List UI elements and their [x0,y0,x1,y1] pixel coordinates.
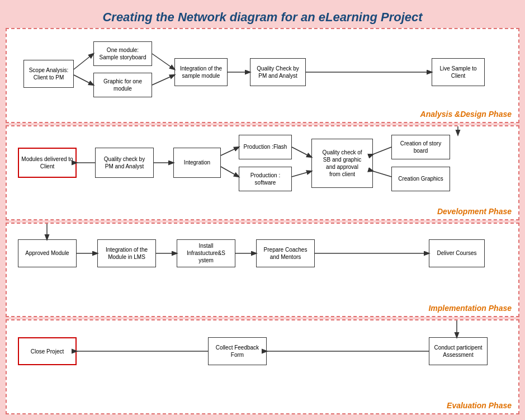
phase-implementation: Approved Module Integration of theModule… [6,223,519,318]
phase1-label: Analysis &Design Phase [420,110,512,119]
title-area: Creating the Network diagram for an eLea… [6,6,519,28]
svg-line-10 [292,147,311,157]
svg-line-3 [152,75,174,85]
page-title: Creating the Network diagram for an eLea… [102,10,422,24]
node-integration2: Integration [173,148,221,178]
node-graphic-one-module: Graphic for onemodule [93,73,152,97]
svg-line-12 [373,147,391,154]
phase4-label: Evaluation Phase [447,401,512,410]
node-deliver-courses: Deliver Courses [429,239,485,267]
svg-line-2 [152,54,174,69]
svg-line-13 [373,171,391,177]
svg-line-9 [221,167,239,177]
node-close-project: Close Project [18,337,77,365]
node-modules-delivered: Modules delivered toClient [18,148,77,178]
node-creation-storyboard: Creation of storyboard [391,135,450,159]
node-conduct-assessment: Conduct participentAssessment [429,337,488,365]
node-quality-check-pm-analyst2: Quality check byPM and Analyst [95,148,154,178]
phase-analysis-design: Scope Analysis:Client to PM One module:S… [6,28,519,123]
svg-line-8 [221,147,239,155]
node-install-infrastructure: InstallInfrastucture&System [177,239,235,267]
node-production-software: Production :software [239,167,292,191]
node-approved-module: Approved Module [18,239,77,267]
node-sample-storyboard: One module:Sample storyboard [93,41,152,66]
phase4-arrows [7,320,518,413]
node-collect-feedback: Collect FeedbackForm [208,337,267,365]
phases-container: Scope Analysis:Client to PM One module:S… [6,28,519,414]
phase3-arrows [7,224,518,317]
node-quality-check-pm-analyst: Quality Check byPM and Analyst [250,58,306,86]
svg-line-11 [292,171,311,177]
phase3-label: Implementation Phase [428,304,512,313]
phase-evaluation: Close Project Collect FeedbackForm Condu… [6,319,519,414]
svg-line-1 [74,75,93,85]
node-live-sample: Live Sample toClient [432,58,485,86]
phase-development: Modules delivered toClient Quality check… [6,125,519,220]
node-integration-lms: Integration of theModule in LMS [97,239,156,267]
phase2-label: Development Phase [437,207,512,216]
node-quality-check-sb: Quality check ofSB and graphicand approv… [311,139,373,188]
svg-line-0 [74,54,93,69]
node-prepare-coaches: Prepare Coachesand Mentors [256,239,315,267]
node-production-flash: Production :Flash [239,135,292,159]
node-creation-graphics: Creation Graphics [391,167,450,191]
node-scope-analysis: Scope Analysis:Client to PM [23,60,74,88]
node-integration-sample: Integration of thesample module [174,58,228,86]
main-container: Creating the Network diagram for an eLea… [0,0,525,420]
